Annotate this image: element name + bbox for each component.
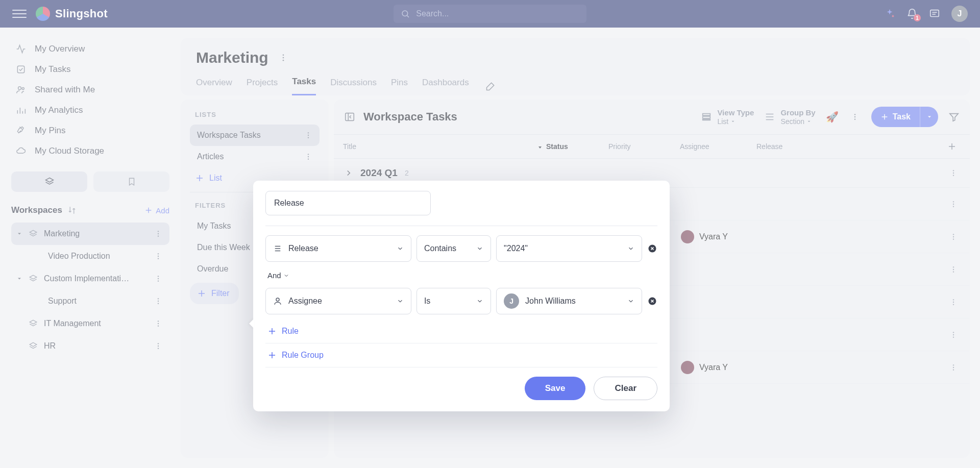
add-rule[interactable]: Rule: [265, 319, 657, 343]
plus-icon: [267, 351, 277, 360]
rule1-field-select[interactable]: Release: [265, 235, 411, 262]
add-group-label: Rule Group: [282, 351, 324, 360]
rule2-value-label: John Williams: [525, 297, 576, 306]
rule1-value-label: "2024": [504, 244, 528, 253]
chevron-down-icon: [476, 245, 483, 252]
rule2-field-select[interactable]: Assignee: [265, 288, 411, 314]
popover-caret: [249, 318, 254, 329]
rule1-field-label: Release: [288, 244, 318, 253]
rule2-value-select[interactable]: J John Williams: [496, 288, 642, 314]
chevron-down-icon: [397, 298, 404, 305]
rule-row-2: Assignee Is J John Williams: [265, 288, 657, 314]
delete-rule-icon[interactable]: [647, 243, 657, 254]
rule1-value-select[interactable]: "2024": [496, 235, 642, 262]
chevron-down-icon: [397, 245, 404, 252]
rule1-op-label: Contains: [424, 244, 456, 253]
filter-popover: Release Contains "2024" And Assignee Is …: [253, 181, 670, 411]
add-rule-label: Rule: [282, 327, 299, 336]
chevron-down-icon: [627, 245, 634, 252]
rule2-op-select[interactable]: Is: [416, 288, 491, 314]
chevron-down-icon: [283, 273, 289, 279]
rule-row-1: Release Contains "2024": [265, 235, 657, 262]
clear-button[interactable]: Clear: [594, 377, 657, 400]
rule1-op-select[interactable]: Contains: [416, 235, 491, 262]
filter-name-input[interactable]: [265, 191, 431, 215]
assignee-avatar: J: [504, 293, 519, 309]
delete-rule-icon[interactable]: [647, 296, 657, 306]
conjunction-select[interactable]: And: [265, 267, 657, 288]
rule2-field-label: Assignee: [288, 297, 322, 306]
user-icon: [273, 297, 282, 306]
chevron-down-icon: [476, 298, 483, 305]
chevron-down-icon: [627, 298, 634, 305]
add-rule-group[interactable]: Rule Group: [265, 343, 657, 367]
plus-icon: [267, 327, 277, 336]
svg-point-92: [276, 298, 279, 301]
conjunction-label: And: [267, 271, 281, 280]
list-icon: [273, 244, 282, 253]
save-button[interactable]: Save: [525, 377, 586, 400]
rule2-op-label: Is: [424, 297, 430, 306]
